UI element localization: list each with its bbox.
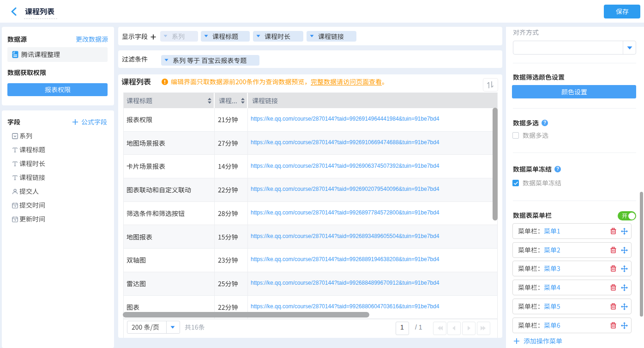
svg-text:?: ? (543, 120, 546, 125)
svg-text:?: ? (556, 166, 559, 171)
